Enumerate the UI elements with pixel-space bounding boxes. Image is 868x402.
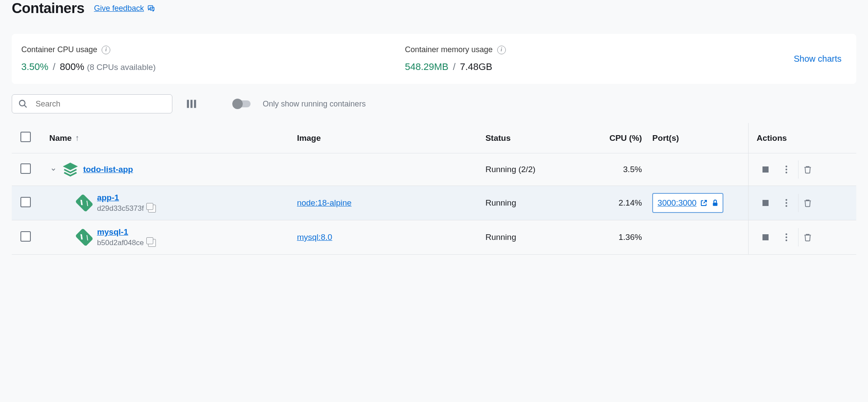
container-icon — [75, 194, 93, 212]
image-cell — [292, 153, 480, 186]
page-header: Containers Give feedback — [12, 0, 856, 17]
container-id: b50d2af048ce — [97, 239, 144, 247]
image-link[interactable]: mysql:8.0 — [297, 233, 332, 242]
search-input[interactable] — [36, 100, 166, 109]
ports-cell — [647, 220, 749, 255]
delete-button[interactable] — [798, 160, 816, 179]
kebab-icon — [785, 233, 787, 241]
feedback-label: Give feedback — [94, 4, 144, 13]
row-checkbox[interactable] — [20, 231, 31, 242]
row-checkbox[interactable] — [20, 163, 31, 174]
cpu-label: Container CPU usage — [21, 45, 97, 54]
container-icon — [75, 228, 93, 246]
running-only-toggle[interactable] — [233, 100, 251, 107]
stop-icon — [762, 234, 769, 240]
select-all-checkbox[interactable] — [20, 132, 31, 142]
svg-rect-5 — [194, 100, 196, 108]
mem-label: Container memory usage — [405, 45, 492, 54]
container-name-link[interactable]: app-1 — [97, 193, 156, 203]
compose-stack-icon — [63, 162, 78, 177]
cpu-used: 3.50% — [21, 61, 48, 72]
give-feedback-link[interactable]: Give feedback — [94, 4, 155, 13]
stop-icon — [762, 166, 769, 173]
status-cell: Running — [480, 186, 588, 220]
copy-id-button[interactable] — [148, 205, 156, 213]
chat-icon — [147, 4, 155, 12]
status-cell: Running — [480, 220, 588, 255]
mem-used: 548.29MB — [405, 61, 448, 72]
svg-rect-3 — [187, 100, 189, 108]
row-checkbox[interactable] — [20, 197, 31, 207]
columns-icon — [185, 98, 198, 110]
stop-button[interactable] — [756, 194, 775, 212]
containers-table: Name ↑ Image Status CPU (%) Port(s) Acti… — [12, 123, 856, 255]
page-title: Containers — [12, 0, 84, 17]
column-actions: Actions — [749, 123, 856, 153]
more-actions-button[interactable] — [777, 194, 795, 212]
more-actions-button[interactable] — [777, 228, 795, 246]
search-icon — [18, 99, 28, 109]
table-row[interactable]: mysql-1 b50d2af048ce mysql:8.0 Running 1… — [12, 220, 856, 255]
stop-button[interactable] — [756, 228, 775, 246]
container-id: d29d33c5373f — [97, 204, 144, 213]
cpu-total: 800% — [60, 61, 84, 72]
info-icon[interactable]: i — [497, 46, 506, 54]
sort-asc-icon: ↑ — [75, 133, 79, 143]
chevron-down-icon — [50, 166, 56, 173]
delete-button[interactable] — [798, 194, 816, 212]
mem-total: 7.48GB — [460, 61, 492, 72]
column-name-sort[interactable]: Name ↑ — [49, 133, 79, 143]
container-name-link[interactable]: todo-list-app — [83, 165, 133, 174]
image-link[interactable]: node:18-alpine — [297, 198, 352, 207]
stop-button[interactable] — [756, 160, 775, 179]
container-name-link[interactable]: mysql-1 — [97, 227, 156, 237]
column-cpu[interactable]: CPU (%) — [588, 123, 647, 153]
info-icon[interactable]: i — [102, 46, 110, 54]
column-status[interactable]: Status — [480, 123, 588, 153]
mem-sep: / — [453, 61, 455, 72]
cpu-stat: Container CPU usage i 3.50% / 800% (8 CP… — [21, 45, 405, 73]
memory-stat: Container memory usage i 548.29MB / 7.48… — [405, 45, 788, 73]
cpu-cell: 3.5% — [588, 153, 647, 186]
trash-icon — [803, 233, 812, 242]
svg-rect-4 — [191, 100, 193, 108]
copy-id-button[interactable] — [148, 239, 156, 247]
table-row[interactable]: app-1 d29d33c5373f node:18-alpine Runnin… — [12, 186, 856, 220]
cpu-cell: 1.36% — [588, 220, 647, 255]
delete-button[interactable] — [798, 228, 816, 246]
open-external-icon — [700, 199, 708, 207]
cpu-cell: 2.14% — [588, 186, 647, 220]
expand-toggle[interactable] — [49, 165, 58, 174]
toolbar: Only show running containers — [12, 94, 856, 113]
kebab-icon — [785, 166, 787, 173]
show-charts-button[interactable]: Show charts — [789, 50, 847, 67]
more-actions-button[interactable] — [777, 160, 795, 179]
lock-icon — [711, 199, 719, 207]
toggle-label: Only show running containers — [263, 100, 366, 109]
column-image[interactable]: Image — [292, 123, 480, 153]
column-ports[interactable]: Port(s) — [647, 123, 749, 153]
table-row[interactable]: todo-list-app Running (2/2) 3.5% — [12, 153, 856, 186]
cpu-available: (8 CPUs available) — [87, 63, 155, 72]
stop-icon — [762, 200, 769, 206]
status-cell: Running (2/2) — [480, 153, 588, 186]
kebab-icon — [785, 199, 787, 207]
trash-icon — [803, 165, 812, 174]
search-box[interactable] — [12, 94, 172, 113]
toggle-knob — [232, 99, 243, 109]
trash-icon — [803, 198, 812, 208]
cpu-sep: / — [53, 61, 56, 72]
port-link[interactable]: 3000:3000 — [652, 193, 723, 213]
columns-button[interactable] — [185, 97, 198, 111]
svg-point-2 — [20, 100, 25, 106]
ports-cell — [647, 153, 749, 186]
svg-rect-6 — [713, 203, 718, 206]
stats-card: Container CPU usage i 3.50% / 800% (8 CP… — [12, 34, 856, 84]
